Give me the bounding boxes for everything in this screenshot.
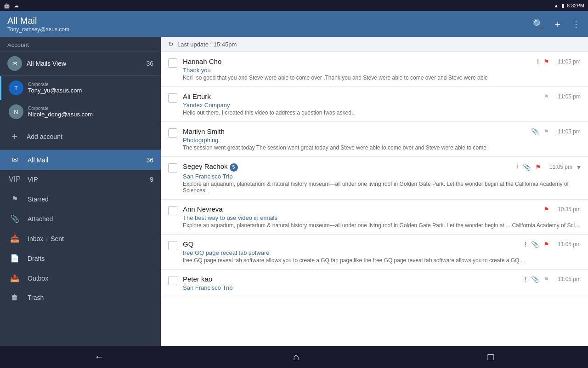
account-email-nicole: Nicole_dong@asus.com [28, 111, 153, 118]
nav-item-vip[interactable]: VIP VIP 9 [0, 170, 161, 189]
nav-item-drafts[interactable]: 📄 Drafts [0, 248, 161, 268]
email-item[interactable]: Hannah Cho ! ⚑ 11:05 pm Thank you Keri- … [161, 52, 588, 87]
update-bar: ↻ Last update : 15:45pm [161, 37, 588, 52]
nav-label-vip: VIP [28, 176, 150, 183]
email-subject: Photogrphing [183, 137, 581, 144]
email-subject: San Francisco Trip [183, 173, 581, 180]
nav-label-outbox: Outbox [28, 275, 153, 282]
email-actions: ! 📎 ⚑ 11:05 pm ▾ [516, 163, 581, 172]
nav-label-starred: Starred [28, 196, 153, 203]
email-preview: Keri- so good that you and Steve were ab… [183, 75, 581, 81]
email-checkbox[interactable] [168, 58, 177, 68]
top-bar-actions: 🔍 ＋ ⋮ [532, 18, 581, 30]
email-checkbox[interactable] [168, 276, 177, 285]
recents-button[interactable]: □ [476, 347, 504, 367]
account-text-nicole: Corporate Nicole_dong@asus.com [28, 106, 153, 118]
inbox-sent-icon: 📥 [7, 234, 22, 243]
add-icon[interactable]: ＋ [553, 18, 562, 30]
refresh-icon[interactable]: ↻ [168, 40, 174, 48]
email-checkbox[interactable] [168, 93, 177, 103]
nav-item-trash[interactable]: 🗑 Trash [0, 288, 161, 307]
nav-label-inbox-sent: Inbox + Sent [28, 235, 153, 242]
all-mails-circle: ✉ [7, 56, 22, 71]
email-preview: The session went great today The session… [183, 144, 581, 151]
flag-icon[interactable]: ⚑ [543, 206, 549, 213]
time-display: 8:32PM [567, 3, 584, 8]
email-actions: ! ⚑ 11:05 pm [537, 58, 581, 65]
nav-count-all-mail: 36 [146, 156, 153, 164]
email-sender: Marilyn Smith [183, 127, 225, 135]
email-checkbox[interactable] [168, 163, 177, 172]
attach-icon: 📎 [531, 276, 539, 283]
flag-icon[interactable]: ⚑ [543, 241, 549, 248]
add-account-label: Add account [27, 133, 62, 140]
flag-icon[interactable]: ⚑ [543, 58, 549, 65]
email-checkbox[interactable] [168, 241, 177, 250]
nav-label-all-mail: All Mail [28, 156, 146, 164]
email-item[interactable]: Peter kao ! 📎 ⚑ 11:05 pm San Francisco T… [161, 270, 588, 298]
email-checkbox[interactable] [168, 206, 177, 215]
email-sender: GQ [183, 240, 193, 248]
more-icon[interactable]: ⋮ [571, 18, 581, 29]
flag-icon[interactable]: ⚑ [543, 128, 549, 135]
email-time: 11:05 pm [549, 164, 572, 170]
email-item[interactable]: Ali Erturk ⚑ 11:05 pm Yandex Company Hel… [161, 87, 588, 122]
expand-icon[interactable]: ▾ [577, 163, 581, 172]
email-sender: Peter kao [183, 275, 212, 283]
top-bar: All Mail Tony_ramsey@asus.com 🔍 ＋ ⋮ [0, 11, 588, 37]
important-icon[interactable]: ! [525, 276, 526, 283]
important-icon[interactable]: ! [537, 58, 539, 65]
attach-icon: 📎 [523, 163, 531, 171]
email-checkbox[interactable] [168, 128, 177, 138]
account-section-label: Account [0, 37, 161, 52]
app-title: All Mail [7, 16, 532, 26]
email-time: 11:05 pm [558, 58, 581, 65]
email-item[interactable]: Ann Nevreva ⚑ 10:35 pm The best way to u… [161, 200, 588, 235]
email-item[interactable]: Marilyn Smith 📎 ⚑ 11:05 pm Photogrphing … [161, 122, 588, 157]
email-content: Marilyn Smith 📎 ⚑ 11:05 pm Photogrphing … [183, 127, 581, 151]
email-preview: Explore an aquarium, planetarium & natur… [183, 222, 581, 229]
add-account-button[interactable]: + Add account [0, 124, 161, 150]
email-content: GQ ! 📎 ⚑ 11:05 pm free GQ page receal ta… [183, 240, 581, 264]
email-sender: Segey Rachok5 [183, 162, 238, 172]
flag-icon[interactable]: ⚑ [535, 163, 541, 171]
flag-icon[interactable]: ⚑ [543, 276, 549, 283]
account-avatar-nicole: N [9, 104, 23, 119]
flag-icon[interactable]: ⚑ [543, 93, 549, 100]
search-icon[interactable]: 🔍 [532, 18, 544, 29]
email-badge: 5 [230, 163, 238, 172]
back-button[interactable]: ← [83, 347, 115, 367]
update-text: Last update : 15:45pm [177, 41, 237, 48]
starred-icon: ⚑ [7, 195, 22, 203]
nav-item-starred[interactable]: ⚑ Starred [0, 189, 161, 209]
bottom-nav: ← ⌂ □ [0, 346, 588, 368]
account-text-tony: Corporate Tony_yu@asus.com [28, 82, 153, 94]
important-icon[interactable]: ! [516, 163, 518, 171]
important-icon[interactable]: ! [525, 241, 526, 248]
email-item[interactable]: Segey Rachok5 ! 📎 ⚑ 11:05 pm ▾ San Franc… [161, 157, 588, 200]
app-email: Tony_ramsey@asus.com [7, 26, 532, 33]
email-header: Peter kao ! 📎 ⚑ 11:05 pm [183, 275, 581, 283]
all-mails-view-item[interactable]: ✉ All Mails View 36 [0, 52, 161, 76]
nav-label-attached: Attached [28, 215, 153, 223]
email-header: Hannah Cho ! ⚑ 11:05 pm [183, 58, 581, 65]
email-preview: Hello out there. I created this video to… [183, 109, 581, 116]
email-item[interactable]: GQ ! 📎 ⚑ 11:05 pm free GQ page receal ta… [161, 235, 588, 270]
email-sender: Ali Erturk [183, 92, 211, 100]
attach-icon: 📎 [531, 128, 539, 135]
vip-icon: VIP [7, 175, 22, 184]
nav-item-all-mail[interactable]: ✉ All Mail 36 [0, 150, 161, 170]
home-button[interactable]: ⌂ [282, 347, 310, 367]
sidebar: Account ✉ All Mails View 36 T Corporate … [0, 37, 161, 346]
nav-item-outbox[interactable]: 📤 Outbox [0, 268, 161, 288]
email-header: GQ ! 📎 ⚑ 11:05 pm [183, 240, 581, 248]
status-bar: 🤖 ☁ ▲ ▮ 8:32PM [0, 0, 588, 11]
nav-item-inbox-sent[interactable]: 📥 Inbox + Sent [0, 229, 161, 248]
email-list: ↻ Last update : 15:45pm Hannah Cho ! ⚑ 1… [161, 37, 588, 346]
account-item-nicole[interactable]: N Corporate Nicole_dong@asus.com [0, 100, 161, 124]
account-item-tony[interactable]: T Corporate Tony_yu@asus.com [0, 76, 161, 100]
email-preview: free GQ page reveal tab software allows … [183, 257, 581, 264]
account-avatar-tony: T [9, 80, 23, 95]
status-bar-right: ▲ ▮ 8:32PM [554, 3, 584, 9]
nav-item-attached[interactable]: 📎 Attached [0, 209, 161, 229]
